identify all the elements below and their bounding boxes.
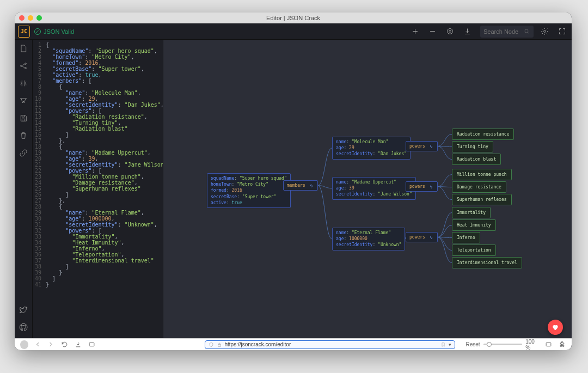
svg-point-5 [25,63,27,65]
zoom-slider[interactable] [483,344,523,345]
graph-leaf-2-0[interactable]: Immortality [452,207,491,218]
wikipedia-icon[interactable] [18,95,29,106]
app-topbar: JC ✓ JSON Valid [15,23,572,40]
graph-powers-node-0[interactable]: powers [406,141,438,151]
graph-leaf-0-2[interactable]: Radiation blast [452,154,501,165]
svg-point-1 [449,30,451,33]
download-icon[interactable] [461,25,474,38]
app-logo[interactable]: JC [18,26,30,38]
check-icon: ✓ [34,28,41,35]
svg-rect-7 [89,343,94,346]
link-icon[interactable] [18,148,29,158]
screenshot-icon[interactable] [545,340,553,349]
forward-button[interactable] [47,340,56,349]
lock-icon [217,342,222,347]
zoom-value: 100 % [525,339,539,351]
code-body[interactable]: { "squadName": "Super hero squad", "home… [46,40,163,350]
graph-leaf-0-0[interactable]: Radiation resistance [452,129,514,140]
collapse-icon[interactable] [18,78,29,89]
window-titlebar: Editor | JSON Crack [15,13,572,23]
svg-point-0 [447,29,452,34]
app-window: Editor | JSON Crack JC ✓ JSON Valid [15,13,572,350]
url-text: https://jsoncrack.com/editor [225,341,291,347]
graph-powers-node-1[interactable]: powers [406,181,438,192]
trash-icon[interactable] [18,130,29,141]
search-box[interactable] [480,26,534,38]
profile-avatar[interactable] [20,340,28,349]
reload-button[interactable] [60,340,69,349]
github-icon[interactable] [18,322,29,333]
sponsor-button[interactable] [548,320,563,335]
svg-rect-9 [547,343,552,346]
code-editor[interactable]: 1234567891011121314151617181920212223242… [33,40,163,350]
search-icon [524,28,530,35]
address-bar[interactable]: https://jsoncrack.com/editor ▾ [205,340,455,349]
add-icon[interactable] [408,25,421,38]
tabs-button[interactable] [88,340,96,349]
graph-member-node-1[interactable]: name: "Madame Uppercut"age: 39secretIden… [332,177,416,200]
svg-point-2 [525,29,528,33]
reset-zoom-label[interactable]: Reset [466,341,480,347]
graph-leaf-1-1[interactable]: Damage resistance [452,181,506,193]
graph-leaf-2-3[interactable]: Teleportation [452,244,496,256]
graph-leaf-1-2[interactable]: Superhuman reflexes [452,194,512,205]
browser-toolbar: https://jsoncrack.com/editor ▾ Reset 100… [15,338,572,350]
bookmark-icon[interactable] [440,342,446,347]
graph-leaf-2-1[interactable]: Heat Immunity [452,219,496,231]
graph-leaf-2-2[interactable]: Inferno [452,232,480,243]
graph-root-node[interactable]: squadName: "Super hero squad"homeTown: "… [207,173,291,208]
file-icon[interactable] [18,43,29,54]
shield-icon [209,342,214,347]
graph-member-node-2[interactable]: name: "Eternal Flame"age: 1000000secretI… [332,228,405,250]
chevron-down-icon[interactable]: ▾ [449,342,451,347]
graph-members-node[interactable]: members [283,180,318,191]
graph-canvas[interactable]: squadName: "Super hero squad"homeTown: "… [163,40,572,350]
search-input[interactable] [483,28,522,35]
window-title: Editor | JSON Crack [15,15,572,21]
svg-point-6 [25,68,27,69]
share-icon[interactable] [18,60,29,71]
target-icon[interactable] [443,25,456,38]
graph-leaf-0-1[interactable]: Turning tiny [452,141,493,152]
svg-point-3 [543,30,546,33]
extensions-icon[interactable] [558,340,566,349]
save-icon[interactable] [18,113,29,124]
download-button[interactable] [74,340,82,349]
left-toolbar [15,40,33,350]
line-gutter: 1234567891011121314151617181920212223242… [33,40,46,350]
fullscreen-icon[interactable] [555,25,568,38]
svg-point-4 [21,65,22,67]
minus-icon[interactable] [426,25,439,38]
graph-member-node-0[interactable]: name: "Molecule Man"age: 29secretIdentit… [332,137,411,160]
gear-icon[interactable] [538,25,551,38]
graph-leaf-2-4[interactable]: Interdimensional travel [452,257,522,268]
json-valid-badge: ✓ JSON Valid [34,28,74,35]
svg-rect-8 [218,344,220,346]
graph-leaf-1-0[interactable]: Million tonne punch [452,169,512,180]
back-button[interactable] [34,340,42,349]
status-label: JSON Valid [44,28,74,35]
twitter-icon[interactable] [18,304,29,315]
graph-powers-node-2[interactable]: powers [406,232,438,242]
